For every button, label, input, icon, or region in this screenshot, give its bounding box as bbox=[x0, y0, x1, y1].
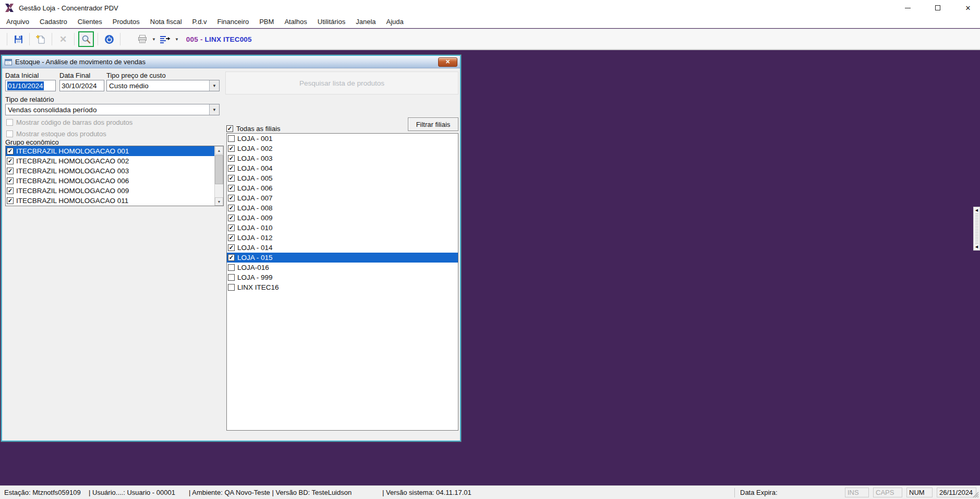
dialog-close-icon: ✕ bbox=[445, 58, 450, 65]
resize-grip[interactable] bbox=[972, 491, 979, 498]
menu-item-financeiro[interactable]: Financeiro bbox=[212, 17, 255, 27]
item-checkbox[interactable]: ✓ bbox=[228, 205, 235, 211]
minimize-icon[interactable] bbox=[903, 3, 912, 13]
item-checkbox[interactable]: ✓ bbox=[228, 185, 235, 192]
dock-arrow-icon[interactable]: ◀ bbox=[975, 208, 978, 212]
item-checkbox[interactable]: ✓ bbox=[7, 158, 14, 164]
item-checkbox[interactable] bbox=[228, 274, 235, 281]
item-checkbox[interactable]: ✓ bbox=[228, 254, 235, 261]
menu-item-utilit-rios[interactable]: Utilitários bbox=[312, 17, 350, 27]
list-item[interactable]: LOJA-016 bbox=[227, 263, 458, 272]
item-checkbox[interactable]: ✓ bbox=[228, 244, 235, 251]
list-item[interactable]: LINX ITEC16 bbox=[227, 282, 458, 292]
filiais-listbox[interactable]: LOJA - 001✓LOJA - 002✓LOJA - 003✓LOJA - … bbox=[226, 133, 458, 431]
menu-item-pbm[interactable]: PBM bbox=[254, 17, 279, 27]
menu-item-clientes[interactable]: Clientes bbox=[72, 17, 107, 27]
checkbox-icon[interactable]: ✓ bbox=[226, 125, 233, 132]
menu-item-ajuda[interactable]: Ajuda bbox=[381, 17, 409, 27]
mostrar-codigo-checkbox: Mostrar código de barras dos produtos bbox=[6, 118, 132, 126]
data-final-label: Data Final bbox=[59, 72, 90, 79]
list-item[interactable]: ✓LOJA - 007 bbox=[227, 193, 458, 203]
menu-item-arquivo[interactable]: Arquivo bbox=[1, 17, 34, 27]
list-item[interactable]: ✓LOJA - 014 bbox=[227, 243, 458, 253]
menu-item-cadastro[interactable]: Cadastro bbox=[34, 17, 72, 27]
scroll-down-icon[interactable]: ▼ bbox=[215, 197, 223, 206]
list-item[interactable]: ✓LOJA - 012 bbox=[227, 233, 458, 243]
list-item[interactable]: ✓ITECBRAZIL HOMOLOGACAO 002 bbox=[6, 156, 214, 166]
item-checkbox[interactable]: ✓ bbox=[7, 177, 14, 184]
tipo-preco-select[interactable]: Custo médio ▼ bbox=[106, 80, 220, 91]
item-checkbox[interactable]: ✓ bbox=[228, 215, 235, 221]
close-icon[interactable]: ✕ bbox=[963, 3, 973, 13]
data-inicial-input[interactable]: 01/10/2024 bbox=[5, 80, 56, 91]
list-item[interactable]: ✓LOJA - 015 bbox=[227, 253, 458, 263]
power-button[interactable] bbox=[102, 32, 116, 46]
item-checkbox[interactable] bbox=[228, 264, 235, 271]
new-file-button[interactable] bbox=[33, 32, 48, 46]
list-item[interactable]: ✓LOJA - 005 bbox=[227, 173, 458, 183]
list-item[interactable]: ✓LOJA - 004 bbox=[227, 163, 458, 173]
dock-arrow-icon[interactable]: ◀ bbox=[975, 245, 978, 249]
menu-item-p-d-v[interactable]: P.d.v bbox=[187, 17, 212, 27]
export-dropdown-icon[interactable]: ▼ bbox=[175, 37, 179, 42]
list-item[interactable]: ✓ITECBRAZIL HOMOLOGACAO 011 bbox=[6, 196, 214, 206]
list-item[interactable]: ✓ITECBRAZIL HOMOLOGACAO 003 bbox=[6, 166, 214, 176]
item-label: LOJA - 010 bbox=[237, 224, 273, 232]
todas-filiais-checkbox[interactable]: ✓ Todas as filiais bbox=[226, 125, 281, 133]
grupo-economico-listbox[interactable]: ✓ITECBRAZIL HOMOLOGACAO 001✓ITECBRAZIL H… bbox=[5, 146, 224, 206]
app-logo-icon bbox=[4, 3, 15, 13]
menu-bar[interactable]: ArquivoCadastroClientesProdutosNota fisc… bbox=[0, 16, 980, 28]
dock-grip-handle[interactable] bbox=[975, 213, 978, 244]
item-checkbox[interactable]: ✓ bbox=[228, 155, 235, 162]
menu-item-atalhos[interactable]: Atalhos bbox=[279, 17, 312, 27]
list-item[interactable]: ✓LOJA - 002 bbox=[227, 144, 458, 153]
list-item[interactable]: ✓ITECBRAZIL HOMOLOGACAO 009 bbox=[6, 186, 214, 196]
tipo-relatorio-label: Tipo de relatório bbox=[5, 96, 54, 103]
scrollbar-thumb[interactable] bbox=[215, 155, 223, 184]
item-checkbox[interactable]: ✓ bbox=[228, 224, 235, 231]
item-checkbox[interactable]: ✓ bbox=[7, 148, 14, 155]
scroll-up-icon[interactable]: ▲ bbox=[215, 146, 223, 155]
print-dropdown-icon[interactable]: ▼ bbox=[152, 37, 156, 42]
item-checkbox[interactable]: ✓ bbox=[7, 197, 14, 204]
list-item[interactable]: ✓LOJA - 006 bbox=[227, 183, 458, 193]
item-checkbox[interactable]: ✓ bbox=[7, 187, 14, 194]
dock-splitter[interactable]: ◀ ◀ bbox=[973, 207, 980, 251]
item-checkbox[interactable] bbox=[228, 135, 235, 142]
list-item[interactable]: LOJA - 999 bbox=[227, 272, 458, 282]
item-label: LOJA - 006 bbox=[237, 184, 273, 192]
grupo-scrollbar[interactable]: ▲ ▼ bbox=[214, 146, 223, 206]
item-checkbox[interactable]: ✓ bbox=[228, 234, 235, 241]
menu-item-nota-fiscal[interactable]: Nota fiscal bbox=[145, 17, 187, 27]
menu-item-janela[interactable]: Janela bbox=[350, 17, 381, 27]
item-checkbox[interactable] bbox=[228, 284, 235, 291]
item-checkbox[interactable]: ✓ bbox=[228, 175, 235, 182]
filiais-listbox-items: LOJA - 001✓LOJA - 002✓LOJA - 003✓LOJA - … bbox=[227, 134, 458, 430]
item-checkbox[interactable]: ✓ bbox=[7, 168, 14, 174]
search-button[interactable] bbox=[78, 31, 94, 47]
tipo-relatorio-dropdown-button[interactable]: ▼ bbox=[209, 104, 219, 115]
print-button[interactable] bbox=[135, 32, 150, 46]
list-item[interactable]: ✓LOJA - 008 bbox=[227, 203, 458, 213]
export-list-button[interactable] bbox=[158, 32, 173, 46]
pesquisar-produtos-button[interactable]: Pesquisar lista de produtos bbox=[225, 72, 458, 94]
dialog-close-button[interactable]: ✕ bbox=[438, 57, 457, 67]
data-final-input[interactable]: 30/10/2024 bbox=[59, 80, 104, 91]
delete-button[interactable]: ✕ bbox=[56, 32, 70, 46]
menu-item-produtos[interactable]: Produtos bbox=[107, 17, 145, 27]
maximize-icon[interactable] bbox=[933, 3, 942, 13]
list-item[interactable]: ✓LOJA - 003 bbox=[227, 153, 458, 163]
list-item[interactable]: LOJA - 001 bbox=[227, 134, 458, 144]
item-checkbox[interactable]: ✓ bbox=[228, 165, 235, 172]
list-item[interactable]: ✓ITECBRAZIL HOMOLOGACAO 001 bbox=[6, 146, 214, 156]
tipo-relatorio-select[interactable]: Vendas consolidada período ▼ bbox=[5, 104, 220, 115]
list-item[interactable]: ✓LOJA - 010 bbox=[227, 223, 458, 233]
data-final-value: 30/10/2024 bbox=[62, 82, 97, 90]
save-button[interactable] bbox=[11, 32, 26, 46]
tipo-preco-dropdown-button[interactable]: ▼ bbox=[209, 80, 219, 91]
list-item[interactable]: ✓ITECBRAZIL HOMOLOGACAO 006 bbox=[6, 176, 214, 186]
list-item[interactable]: ✓LOJA - 009 bbox=[227, 213, 458, 223]
item-checkbox[interactable]: ✓ bbox=[228, 145, 235, 152]
filtrar-filiais-button[interactable]: Filtrar filiais bbox=[408, 117, 458, 131]
item-checkbox[interactable]: ✓ bbox=[228, 195, 235, 201]
